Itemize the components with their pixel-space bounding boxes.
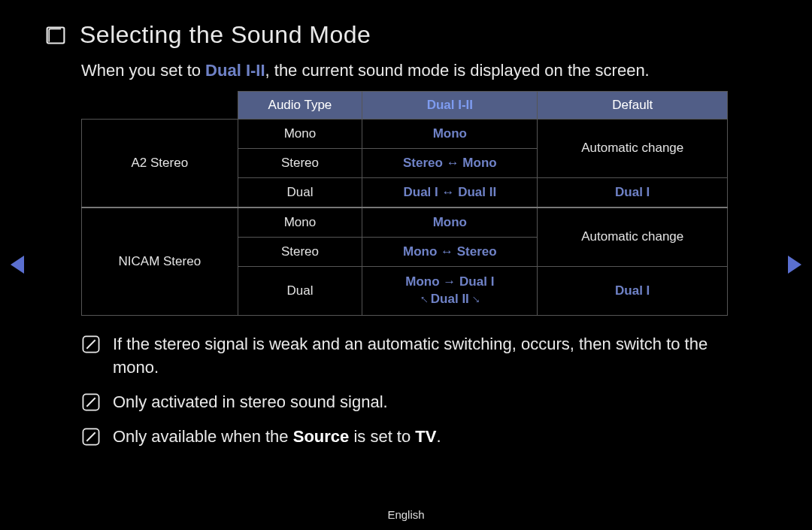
note-icon: [81, 335, 101, 354]
note-bold: Source: [293, 427, 350, 446]
intro-pre: When you set to: [81, 61, 205, 80]
arrow-nw-icon: ↑: [416, 291, 432, 307]
next-page-arrow[interactable]: [788, 256, 801, 274]
cell-audio: Dual: [238, 177, 362, 207]
arrow-se-icon: ↑: [468, 291, 484, 307]
header-blank: [82, 91, 238, 119]
intro-highlight: Dual I-II: [205, 61, 265, 80]
note-text: If the stereo signal is weak and an auto…: [113, 332, 743, 380]
note-text: Only available when the Source is set to…: [113, 425, 441, 449]
book-icon: [45, 25, 66, 46]
cell-dual: Mono: [362, 119, 538, 148]
intro-text: When you set to Dual I-II, the current s…: [81, 59, 767, 82]
note-bold: TV: [415, 427, 436, 446]
table-row: NICAM Stereo Mono Mono Automatic change: [82, 207, 728, 238]
cell-default: Automatic change: [538, 207, 728, 267]
header-dual: Dual I-II: [362, 91, 538, 119]
page-title: Selecting the Sound Mode: [80, 21, 371, 49]
prev-page-arrow[interactable]: [11, 256, 24, 274]
note-item: Only available when the Source is set to…: [81, 425, 743, 449]
cell-dual: Stereo ↔ Mono: [362, 148, 538, 177]
svg-line-6: [86, 433, 95, 441]
intro-post: , the current sound mode is displayed on…: [265, 61, 650, 80]
table-row: A2 Stereo Mono Mono Automatic change: [82, 119, 728, 148]
note-item: Only activated in stereo sound signal.: [81, 390, 743, 414]
cell-dual: Mono ↔ Stereo: [362, 237, 538, 266]
cell-audio: Mono: [238, 207, 362, 238]
sound-mode-table: Audio Type Dual I-II Default A2 Stereo M…: [81, 91, 728, 316]
cell-dual-line2: ↑ Dual II ↑: [421, 292, 479, 306]
title-row: Selecting the Sound Mode: [45, 21, 767, 49]
footer-language: English: [0, 508, 812, 521]
cell-dual-multiline: Mono → Dual I ↑ Dual II ↑: [362, 266, 538, 315]
cell-default: Dual I: [538, 266, 728, 315]
row-group: A2 Stereo: [82, 119, 238, 207]
row-group: NICAM Stereo: [82, 207, 238, 315]
cell-default: Automatic change: [538, 119, 728, 177]
notes-list: If the stereo signal is weak and an auto…: [81, 332, 767, 450]
note-text: Only activated in stereo sound signal.: [113, 390, 388, 414]
table-header-row: Audio Type Dual I-II Default: [82, 91, 728, 119]
cell-audio: Stereo: [238, 148, 362, 177]
note-item: If the stereo signal is weak and an auto…: [81, 332, 743, 380]
svg-line-4: [86, 398, 95, 407]
cell-dual: Mono: [362, 207, 538, 238]
cell-audio: Mono: [238, 119, 362, 148]
cell-audio: Stereo: [238, 237, 362, 266]
header-audio-type: Audio Type: [238, 91, 362, 119]
cell-dual-line1: Mono → Dual I: [405, 274, 494, 289]
note-icon: [81, 427, 101, 447]
manual-page: Selecting the Sound Mode When you set to…: [0, 0, 812, 530]
header-default: Default: [538, 91, 728, 119]
cell-dual: Dual I ↔ Dual II: [362, 177, 538, 207]
cell-audio: Dual: [238, 266, 362, 315]
cell-default: Dual I: [538, 177, 728, 207]
svg-line-2: [86, 340, 95, 348]
note-icon: [81, 392, 101, 412]
